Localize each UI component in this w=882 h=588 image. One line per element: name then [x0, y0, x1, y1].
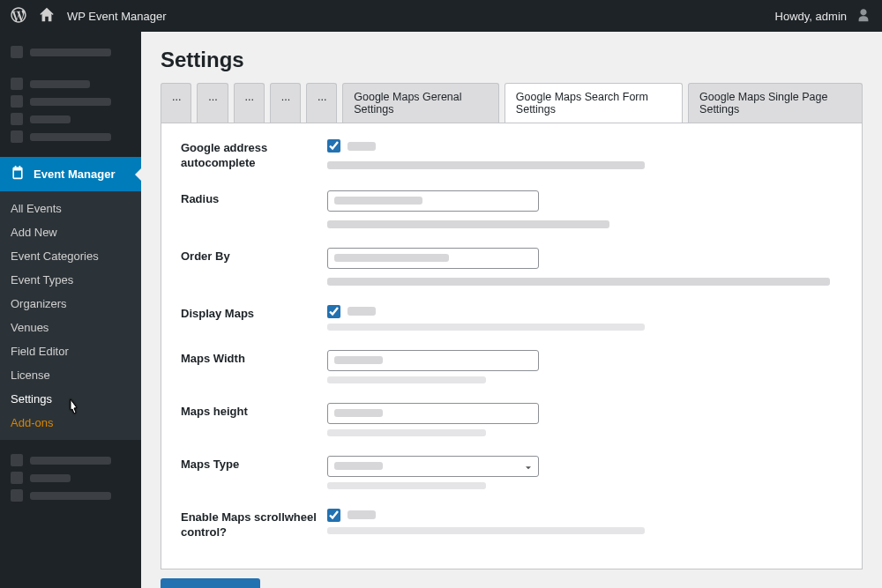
- home-icon[interactable]: [39, 7, 55, 26]
- checkbox-scrollwheel[interactable]: [327, 509, 340, 522]
- label-scrollwheel: Enable Maps scrollwheel control?: [181, 509, 327, 540]
- submenu-organizers[interactable]: Organizers: [0, 292, 141, 316]
- help-text: [327, 482, 486, 489]
- checkbox-display-maps[interactable]: [327, 305, 340, 318]
- save-button[interactable]: Save Changes: [161, 578, 260, 588]
- submenu-settings[interactable]: Settings: [0, 387, 141, 411]
- page-title: Settings: [161, 48, 863, 72]
- placeholder-skeleton: [334, 409, 383, 417]
- help-text: [327, 278, 830, 286]
- submenu-event-types[interactable]: Event Types: [0, 268, 141, 292]
- submenu-license[interactable]: License: [0, 363, 141, 387]
- help-text: [327, 376, 486, 383]
- label-autocomplete: Google address autocomplete: [181, 139, 327, 171]
- calendar-icon: [11, 166, 25, 182]
- label-maps-height: Maps height: [181, 403, 327, 420]
- sidebar-submenu: All Events Add New Event Categories Even…: [0, 191, 141, 440]
- label-orderby: Order By: [181, 248, 327, 264]
- label-radius: Radius: [181, 190, 327, 207]
- tab-overflow-3[interactable]: ...: [234, 83, 265, 123]
- settings-tabs: ... ... ... ... ... Google Maps Gerenal …: [161, 83, 863, 123]
- howdy-text[interactable]: Howdy, admin: [775, 10, 847, 23]
- placeholder-skeleton: [334, 462, 383, 470]
- submenu-field-editor[interactable]: Field Editor: [0, 339, 141, 363]
- submenu-add-new[interactable]: Add New: [0, 220, 141, 244]
- help-text: [327, 324, 645, 331]
- submenu-addons[interactable]: Add-ons: [0, 411, 141, 435]
- tab-gmaps-general[interactable]: Google Maps Gerenal Settings: [342, 83, 499, 123]
- submenu-venues[interactable]: Venues: [0, 316, 141, 339]
- sidebar-parent-event-manager[interactable]: Event Manager: [0, 157, 141, 191]
- help-text: [327, 220, 609, 228]
- tab-gmaps-single-page[interactable]: Google Maps Single Page Settings: [688, 83, 863, 123]
- label-maps-width: Maps Width: [181, 350, 327, 367]
- admin-sidebar: Event Manager All Events Add New Event C…: [0, 32, 141, 588]
- help-text: [327, 161, 645, 169]
- tab-overflow-2[interactable]: ...: [197, 83, 228, 123]
- admin-bar: WP Event Manager Howdy, admin: [0, 0, 882, 32]
- settings-panel: Google address autocomplete Radius: [161, 123, 863, 569]
- help-text: [327, 527, 645, 534]
- active-menu-arrow-icon: [135, 167, 142, 182]
- tab-overflow-4[interactable]: ...: [270, 83, 301, 123]
- placeholder-skeleton: [334, 356, 383, 364]
- help-text: [327, 429, 486, 436]
- user-avatar-icon[interactable]: [856, 7, 871, 26]
- checkbox-autocomplete-text: [348, 142, 376, 151]
- label-maps-type: Maps Type: [181, 456, 327, 473]
- tab-gmaps-search-form[interactable]: Google Maps Search Form Settings: [505, 83, 683, 123]
- checkbox-autocomplete[interactable]: [327, 139, 340, 153]
- tab-overflow-1[interactable]: ...: [161, 83, 191, 123]
- label-display-maps: Display Maps: [181, 305, 327, 322]
- submenu-all-events[interactable]: All Events: [0, 197, 141, 220]
- main-content: Settings ... ... ... ... ... Google Maps…: [141, 32, 882, 588]
- submenu-event-categories[interactable]: Event Categories: [0, 244, 141, 268]
- wordpress-logo-icon[interactable]: [11, 7, 26, 26]
- checkbox-display-maps-text: [348, 307, 376, 316]
- sidebar-parent-label: Event Manager: [34, 167, 115, 181]
- placeholder-skeleton: [334, 254, 449, 262]
- placeholder-skeleton: [334, 197, 422, 205]
- tab-overflow-5[interactable]: ...: [306, 83, 337, 123]
- site-title[interactable]: WP Event Manager: [67, 10, 166, 23]
- checkbox-scrollwheel-text: [348, 510, 376, 519]
